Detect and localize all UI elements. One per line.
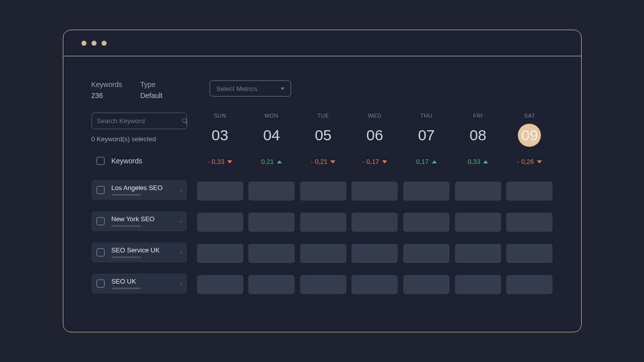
data-cell[interactable]: [248, 244, 295, 263]
keyword-checkbox[interactable]: [97, 186, 105, 194]
keyword-row-text: SEO Service UK: [112, 247, 173, 258]
trend-down-icon: [330, 160, 335, 163]
day-column[interactable]: WED 06: [351, 113, 398, 147]
keyword-row[interactable]: SEO UK ›: [91, 274, 187, 294]
keyword-sub-bar: [112, 256, 141, 258]
keyword-sub-bar: [112, 288, 141, 289]
data-cell[interactable]: [248, 182, 295, 201]
trend-up-icon: [483, 160, 488, 163]
metric-value: 0,33: [468, 158, 480, 165]
window-minimize-dot[interactable]: [91, 41, 97, 46]
trend-down-icon: [537, 160, 542, 163]
metric-cell: - 0,26: [506, 158, 553, 165]
search-input[interactable]: [97, 117, 181, 125]
stat-keywords-value: 236: [91, 92, 122, 100]
day-label: SUN: [197, 113, 243, 119]
data-cell[interactable]: [351, 275, 398, 294]
topbar: Keywords 236 Type Default Select Metrics: [91, 80, 553, 100]
day-label: WED: [351, 113, 398, 119]
app-window: Keywords 236 Type Default Select Metrics: [63, 30, 582, 332]
trend-up-icon: [277, 160, 282, 163]
data-cell[interactable]: [403, 244, 449, 263]
keyword-checkbox[interactable]: [97, 248, 105, 256]
data-cell[interactable]: [506, 244, 553, 263]
data-row: [197, 275, 553, 294]
selected-count-text: 0 Keyword(s) selected: [91, 135, 187, 143]
keyword-label: SEO Service UK: [112, 247, 173, 253]
metric-cell: - 0,21: [300, 158, 346, 165]
data-cell[interactable]: [506, 182, 553, 201]
data-cell[interactable]: [197, 182, 243, 201]
data-cell[interactable]: [197, 275, 243, 294]
data-cell[interactable]: [455, 244, 501, 263]
day-column[interactable]: FRI 08: [455, 113, 501, 147]
trend-down-icon: [227, 160, 232, 163]
keyword-row[interactable]: SEO Service UK ›: [91, 242, 187, 262]
metric-value: 0,21: [261, 158, 274, 165]
data-cell[interactable]: [351, 182, 398, 201]
day-label: SAT: [506, 113, 553, 119]
data-cell[interactable]: [506, 275, 553, 294]
data-row: [197, 244, 553, 263]
trend-up-icon: [432, 160, 437, 163]
keyword-sub-bar: [112, 225, 141, 227]
select-metrics-label: Select Metrics: [216, 85, 257, 93]
stat-type: Type Default: [140, 80, 162, 100]
day-column[interactable]: SAT 09: [506, 113, 553, 147]
day-column[interactable]: TUE 05: [300, 113, 346, 147]
metric-value: - 0,33: [208, 158, 224, 165]
chevron-right-icon: ›: [180, 250, 181, 255]
data-cell[interactable]: [248, 213, 295, 232]
day-column[interactable]: THU 07: [403, 113, 449, 147]
day-column[interactable]: MON 04: [248, 113, 295, 147]
day-number: 06: [363, 124, 386, 147]
metric-value: 0,17: [416, 158, 428, 165]
stat-type-label: Type: [140, 80, 162, 88]
keywords-header-row: Keywords: [91, 157, 187, 165]
day-number: 08: [467, 124, 490, 147]
stat-keywords-label: Keywords: [91, 80, 122, 88]
select-metrics-dropdown[interactable]: Select Metrics: [210, 80, 291, 97]
search-input-wrap[interactable]: [91, 113, 187, 129]
keyword-checkbox[interactable]: [97, 280, 105, 288]
metric-value: - 0,26: [517, 158, 534, 165]
data-cell[interactable]: [197, 213, 243, 232]
content-area: Keywords 236 Type Default Select Metrics: [63, 56, 581, 326]
day-column[interactable]: SUN 03: [197, 113, 243, 147]
metric-cell: - 0,33: [197, 158, 243, 165]
day-number: 07: [415, 124, 438, 147]
data-cell[interactable]: [248, 275, 295, 294]
keyword-label: SEO UK: [112, 278, 173, 285]
day-number: 05: [312, 124, 335, 147]
window-maximize-dot[interactable]: [102, 41, 107, 46]
data-cell[interactable]: [403, 213, 449, 232]
data-cell[interactable]: [455, 182, 501, 201]
chevron-right-icon: ›: [180, 281, 181, 287]
window-close-dot[interactable]: [81, 41, 86, 46]
keyword-checkbox[interactable]: [97, 217, 105, 225]
chevron-right-icon: ›: [180, 188, 181, 193]
right-column: SUN 03 MON 04 TUE 05 WED 06 THU 07 FRI 0…: [197, 113, 553, 306]
keyword-sub-bar: [112, 194, 141, 196]
metric-row: - 0,33 0,21 - 0,21 - 0,17 0,17 0,33 - 0,…: [197, 158, 553, 165]
data-cell[interactable]: [506, 213, 553, 232]
data-cell[interactable]: [455, 213, 501, 232]
data-cell[interactable]: [300, 213, 346, 232]
keyword-row-text: SEO UK: [112, 278, 173, 289]
chevron-down-icon: [281, 87, 285, 90]
select-all-checkbox[interactable]: [97, 157, 105, 165]
keyword-label: New York SEO: [112, 216, 173, 222]
data-cell[interactable]: [455, 275, 501, 294]
day-label: MON: [248, 113, 295, 119]
data-cell[interactable]: [351, 244, 398, 263]
data-cell[interactable]: [197, 244, 243, 263]
keyword-row[interactable]: New York SEO ›: [91, 211, 187, 231]
keyword-row[interactable]: Los Angeles SEO ›: [91, 180, 187, 200]
data-cell[interactable]: [351, 213, 398, 232]
data-cell[interactable]: [403, 275, 449, 294]
data-cell[interactable]: [300, 244, 346, 263]
day-number: 03: [209, 124, 232, 147]
data-cell[interactable]: [403, 182, 449, 201]
data-cell[interactable]: [300, 182, 346, 201]
data-cell[interactable]: [300, 275, 346, 294]
